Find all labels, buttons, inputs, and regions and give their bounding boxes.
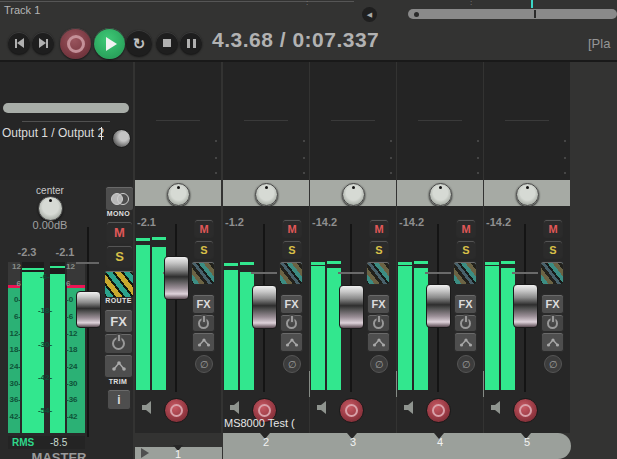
- channel-routing-button[interactable]: [367, 332, 390, 352]
- channel-routing-button[interactable]: [192, 332, 215, 352]
- channel-route-button[interactable]: [540, 261, 564, 285]
- speaker-icon[interactable]: [317, 401, 331, 414]
- channel-name[interactable]: MS8000 Test (: [224, 417, 308, 430]
- master-peak-left[interactable]: -2.3: [10, 246, 44, 258]
- channel-phase-button[interactable]: ∅: [457, 355, 475, 373]
- record-button[interactable]: [60, 28, 91, 59]
- master-info-button[interactable]: i: [107, 389, 131, 410]
- channel-peak-readout[interactable]: -2.1: [137, 216, 156, 228]
- channel-mute-button[interactable]: M: [369, 219, 389, 238]
- channel-fader-handle[interactable]: [252, 285, 277, 329]
- channel-mute-button[interactable]: M: [282, 219, 302, 238]
- slot-dot: [390, 157, 392, 159]
- play-button[interactable]: [94, 28, 125, 59]
- channel-fx-bypass-button[interactable]: [454, 314, 477, 332]
- master-rms-row: RMS -8.5: [8, 436, 85, 449]
- channel-pan-knob[interactable]: [429, 183, 452, 206]
- scrollbar-dot: [414, 12, 419, 17]
- channel-name[interactable]: [311, 417, 395, 430]
- master-solo-button[interactable]: S: [106, 245, 133, 268]
- channel-peak-readout[interactable]: -14.2: [312, 216, 337, 228]
- channel-mute-button[interactable]: M: [456, 219, 476, 238]
- channel-solo-button[interactable]: S: [456, 240, 476, 259]
- mono-icon: [110, 193, 130, 205]
- loop-button[interactable]: ↻: [126, 30, 152, 56]
- channel-name[interactable]: [136, 417, 220, 430]
- master-fx-button[interactable]: FX: [104, 309, 133, 333]
- channel-routing-button[interactable]: [454, 332, 477, 352]
- channel-solo-button[interactable]: S: [194, 240, 214, 259]
- channel-phase-button[interactable]: ∅: [195, 355, 213, 373]
- channel-fx-button[interactable]: FX: [280, 294, 303, 314]
- meter-scale-label: 36-: [5, 395, 21, 404]
- channel-name[interactable]: [485, 417, 569, 430]
- horizontal-scrollbar[interactable]: [408, 9, 617, 19]
- master-route-button[interactable]: [104, 270, 134, 298]
- channel-routing-button[interactable]: [280, 332, 303, 352]
- master-output-bar[interactable]: [3, 103, 129, 113]
- channel-pan-knob[interactable]: [516, 183, 539, 206]
- channel-routing-button[interactable]: [541, 332, 564, 352]
- go-to-start-button[interactable]: [8, 32, 30, 54]
- channel-fx-bypass-button[interactable]: [192, 314, 215, 332]
- channel-name[interactable]: [398, 417, 482, 430]
- prev-triangle-icon: [17, 38, 24, 48]
- channel-solo-button[interactable]: S: [543, 240, 563, 259]
- master-name[interactable]: MASTER: [0, 450, 118, 459]
- master-output-knob[interactable]: [112, 129, 131, 148]
- channel-insert-line: [156, 120, 200, 121]
- channel-solo-button[interactable]: S: [282, 240, 302, 259]
- channel-fader-handle[interactable]: [513, 284, 538, 328]
- go-to-end-button[interactable]: [32, 32, 54, 54]
- speaker-icon[interactable]: [491, 401, 505, 414]
- meter-peak-dash: [224, 263, 238, 266]
- channel-route-button[interactable]: [279, 261, 303, 285]
- channel-fader-track[interactable]: [175, 224, 177, 392]
- speaker-icon[interactable]: [230, 401, 244, 414]
- channel-pan-knob[interactable]: [255, 183, 278, 206]
- channel-fx-button[interactable]: FX: [454, 294, 477, 314]
- channel-peak-readout[interactable]: -14.2: [399, 216, 424, 228]
- channel-route-button[interactable]: [191, 261, 215, 285]
- channel-fader-handle[interactable]: [339, 285, 364, 329]
- routing-nodes-icon: [285, 337, 299, 348]
- channel-fx-button[interactable]: FX: [192, 294, 215, 314]
- channel-fx-bypass-button[interactable]: [367, 314, 390, 332]
- channel-route-button[interactable]: [453, 261, 477, 285]
- scroll-left-button[interactable]: ◀: [362, 7, 377, 22]
- channel-phase-button[interactable]: ∅: [370, 355, 388, 373]
- channel-pan-knob[interactable]: [342, 183, 365, 206]
- channel-fader-handle[interactable]: [426, 284, 451, 328]
- speaker-icon[interactable]: [142, 401, 156, 414]
- master-fx-bypass-button[interactable]: [104, 333, 133, 354]
- channel-route-button[interactable]: [366, 261, 390, 285]
- channel-solo-button[interactable]: S: [369, 240, 389, 259]
- channel-fx-bypass-button[interactable]: [541, 314, 564, 332]
- channel-fx-button[interactable]: FX: [541, 294, 564, 314]
- pause-button[interactable]: [180, 32, 202, 54]
- channel-mute-button[interactable]: M: [543, 219, 563, 238]
- channel-peak-readout[interactable]: -1.2: [225, 216, 244, 228]
- speaker-icon[interactable]: [404, 401, 418, 414]
- channel-fx-button[interactable]: FX: [367, 294, 390, 314]
- master-output-label[interactable]: Output 1 / Output 2: [2, 126, 104, 140]
- master-peak-right[interactable]: -2.1: [48, 246, 82, 258]
- channel-mute-button[interactable]: M: [194, 219, 214, 238]
- channel-fx-bypass-button[interactable]: [280, 314, 303, 332]
- channel-fader-handle[interactable]: [164, 256, 189, 300]
- master-fader-track[interactable]: [87, 227, 89, 437]
- channel-peak-readout[interactable]: -14.2: [486, 216, 511, 228]
- master-routing-button[interactable]: [104, 354, 133, 378]
- master-pan-knob[interactable]: [38, 196, 63, 221]
- master-mono-button[interactable]: [105, 186, 134, 211]
- stop-button[interactable]: [156, 32, 178, 54]
- meter-scale-label: 0-: [5, 295, 21, 304]
- channel-pan-knob[interactable]: [167, 183, 190, 206]
- master-fader-handle[interactable]: [76, 291, 101, 328]
- slot-dot: [215, 140, 217, 142]
- channel-phase-button[interactable]: ∅: [544, 355, 562, 373]
- meter-peak-dash: [152, 237, 166, 240]
- master-gain-readout[interactable]: 0.00dB: [0, 219, 100, 231]
- master-mute-button[interactable]: M: [106, 221, 133, 244]
- channel-phase-button[interactable]: ∅: [283, 355, 301, 373]
